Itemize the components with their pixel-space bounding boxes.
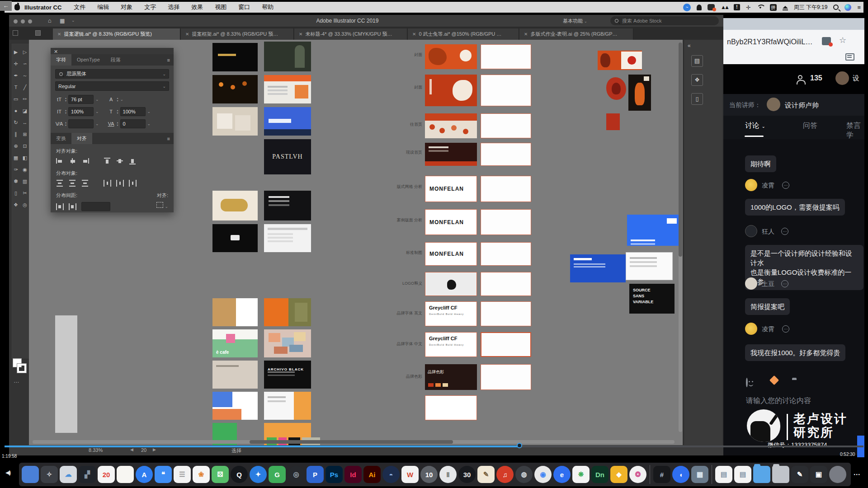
artboard[interactable]: [481, 209, 531, 235]
tracking-input[interactable]: 0: [120, 119, 146, 128]
tab-character[interactable]: 字符: [51, 54, 71, 66]
artboard-thumbnail[interactable]: [212, 191, 258, 221]
dock-icon-obs[interactable]: ◍: [515, 466, 533, 483]
alert-app-icon[interactable]: !: [734, 4, 740, 10]
vertical-scrollbar-thumb[interactable]: [679, 42, 682, 257]
dock-icon-paint-app[interactable]: ❋: [572, 466, 590, 483]
align-v-center-icon[interactable]: [116, 158, 124, 164]
close-icon[interactable]: ✕: [524, 32, 528, 37]
artboard-thumbnail[interactable]: [212, 75, 258, 103]
eyedropper-tool[interactable]: ✑: [11, 164, 20, 175]
menubar-menu-item[interactable]: 编辑: [97, 4, 109, 10]
layers-panel-icon[interactable]: ❖: [691, 74, 703, 86]
bell-icon[interactable]: [697, 5, 702, 10]
window-zoom-button[interactable]: [28, 19, 32, 23]
panel-menu-icon[interactable]: ≡: [167, 57, 170, 63]
dock-icon-indesign[interactable]: Id: [344, 466, 362, 483]
stream-video-strip[interactable]: 135 设: [723, 64, 864, 94]
dock-icon-photos[interactable]: ❀: [193, 466, 210, 483]
artboard[interactable]: [425, 44, 477, 69]
reading-list-icon[interactable]: [845, 53, 854, 61]
artboard[interactable]: [481, 364, 531, 390]
menu-bar-clock[interactable]: 周三 下午9:19: [794, 4, 828, 11]
dock-icon-screenshot-thumb[interactable]: #: [653, 466, 670, 483]
address-bar[interactable]: nByb2R1Y3RfaWQiOiliL…: [727, 38, 817, 46]
dock-icon-calendar[interactable]: 20: [98, 466, 115, 483]
align-top-icon[interactable]: [104, 158, 111, 164]
dock-icon-w-app[interactable]: W: [401, 466, 419, 483]
tab-paragraph[interactable]: 段落: [105, 54, 126, 66]
menubar-menu-item[interactable]: 文件: [74, 4, 85, 10]
zoom-level[interactable]: 8.33%: [89, 447, 103, 453]
menubar-menu-item[interactable]: 窗口: [238, 4, 250, 10]
collapse-panels-icon[interactable]: «: [688, 42, 691, 49]
dock-icon-finder[interactable]: [22, 466, 39, 483]
stepper[interactable]: ▴▾: [65, 97, 66, 102]
active-app-name[interactable]: Illustrator CC: [24, 4, 61, 11]
messenger-icon[interactable]: ~: [683, 4, 691, 11]
document-tab[interactable]: ✕ 提案框架.ai* @ 8.33% (RGB/GPU 预…: [181, 28, 294, 40]
menubar-menu-item[interactable]: 选择: [168, 4, 179, 10]
notification-app-icon[interactable]: [708, 4, 715, 10]
shape-builder-tool[interactable]: ⊕: [11, 140, 20, 152]
font-family-input[interactable]: 思源黑体 ⌄: [55, 69, 169, 79]
artboard-nav-next-icon[interactable]: ▶: [153, 447, 156, 452]
dock-icon-reminders[interactable]: ☰: [174, 466, 191, 483]
artboard[interactable]: MONFELAN: [425, 242, 477, 266]
artboard[interactable]: [481, 113, 531, 138]
artboard-thumbnail[interactable]: [264, 392, 311, 420]
close-icon[interactable]: ✕: [412, 32, 416, 37]
artboard[interactable]: MONFELAN: [425, 209, 477, 235]
gradient-tool[interactable]: ◧: [20, 152, 29, 164]
dock-icon-netease-music[interactable]: ♫: [496, 466, 514, 483]
eject-icon[interactable]: [783, 6, 788, 9]
zoom-tool[interactable]: ◎: [20, 199, 29, 211]
dock-icon-aperture[interactable]: ◎: [288, 466, 305, 483]
magic-wand-tool[interactable]: ✛: [11, 58, 20, 70]
artboard[interactable]: [481, 143, 531, 166]
artboard-thumbnail[interactable]: [212, 224, 258, 252]
width-tool[interactable]: ∥: [11, 128, 20, 140]
menubar-menu-item[interactable]: 帮助: [262, 4, 274, 10]
chat-input[interactable]: [746, 397, 850, 405]
artboard-thumbnail[interactable]: [212, 298, 258, 326]
artboard-thumbnail[interactable]: [55, 315, 77, 433]
artboard-thumbnail[interactable]: ARCHIVO BLACK: [264, 361, 311, 389]
artboard[interactable]: [481, 301, 531, 326]
align-left-icon[interactable]: [56, 158, 64, 164]
dock-icon-dock-more[interactable]: ⋯: [848, 466, 865, 483]
distribute-bottom-icon[interactable]: [81, 180, 89, 187]
bookmark-star-icon[interactable]: ☆: [839, 35, 846, 45]
distribute-top-icon[interactable]: [56, 180, 64, 187]
dock-icon-folder-blue[interactable]: [753, 466, 770, 483]
dock-icon-c4d[interactable]: ◓: [382, 466, 400, 483]
graph-tool[interactable]: ▥: [20, 175, 29, 187]
dock-icon-photos-dark-app[interactable]: ▞: [79, 466, 96, 483]
mountain-app-icon[interactable]: ▲▲: [721, 4, 728, 10]
artboard[interactable]: [425, 113, 477, 138]
artboard[interactable]: MONFELAN: [425, 176, 477, 202]
dock-icon-notes[interactable]: [117, 466, 134, 483]
dock-icon-chrome[interactable]: ◉: [534, 466, 552, 483]
close-icon[interactable]: ✕: [57, 32, 61, 37]
artboard-thumbnail[interactable]: [628, 75, 651, 111]
emoji-icon[interactable]: [746, 378, 748, 387]
dock-icon-colorsync[interactable]: ❂: [629, 466, 646, 483]
eraser-tool[interactable]: ◪: [20, 105, 29, 117]
artboard-thumbnail[interactable]: [264, 75, 311, 103]
home-icon[interactable]: ⌂: [48, 17, 52, 24]
dock-icon-doc-file-2[interactable]: ▤: [734, 466, 751, 483]
direct-selection-tool[interactable]: ▷: [20, 46, 29, 58]
kerning-input[interactable]: [68, 119, 94, 128]
dock-icon-tv-30[interactable]: 30: [458, 466, 476, 483]
artboard[interactable]: [425, 75, 477, 106]
stepper[interactable]: ▴▾: [117, 121, 118, 127]
artboard-nav-prev-icon[interactable]: ◀: [130, 447, 133, 452]
artboard-thumbnail[interactable]: [264, 42, 311, 71]
volume-icon[interactable]: ◀): [5, 469, 10, 476]
artboard[interactable]: [481, 75, 531, 106]
blob-brush-tool[interactable]: ●: [11, 105, 20, 117]
horizontal-scrollbar-thumb[interactable]: [250, 440, 453, 444]
dock-icon-safari[interactable]: ✦: [250, 466, 267, 483]
dock-icon-lamp-app[interactable]: ‖: [439, 466, 457, 483]
